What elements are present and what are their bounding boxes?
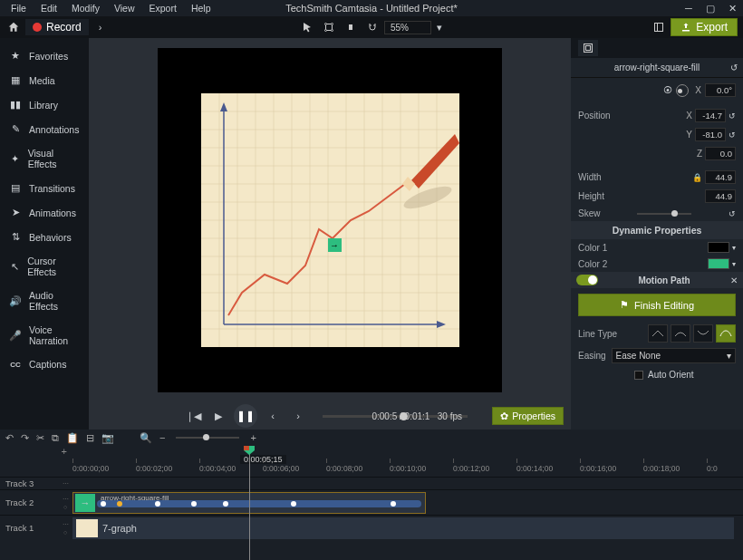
play-button[interactable]: ▶ [208,407,228,425]
keyframe[interactable] [155,501,160,507]
track2-toggle-icon[interactable]: ⋯ [63,496,69,503]
menu-view[interactable]: View [107,3,142,14]
reset-skew-icon[interactable]: ↺ [729,209,736,218]
pause-button[interactable]: ❚❚ [234,404,257,428]
window-maximize-icon[interactable]: ▢ [700,3,721,14]
menu-help[interactable]: Help [184,3,218,14]
tool-crop[interactable] [319,18,339,36]
record-dropdown-button[interactable]: › [91,18,111,36]
keyframe[interactable] [191,501,197,507]
svg-rect-4 [655,24,663,32]
color1-swatch[interactable] [708,242,729,253]
step-back-button[interactable]: ‹ [263,407,283,425]
sidebar-item-cursor-effects[interactable]: ↖Cursor Effects [0,249,89,284]
color2-swatch[interactable] [708,258,729,269]
screenshot-button[interactable]: 📷 [101,432,114,444]
track3-options-icon[interactable]: ⋯ [63,480,69,488]
cut-button[interactable]: ✂ [36,432,44,444]
tool-magnet[interactable] [362,18,382,36]
timeline-playhead[interactable] [249,446,250,560]
linetype-curve-out[interactable] [693,324,713,343]
height-input[interactable] [705,189,736,203]
motion-path-track[interactable] [97,500,421,507]
canvas-stage[interactable]: → [158,48,502,392]
menu-file[interactable]: File [4,3,34,14]
color2-dropdown-icon[interactable]: ▾ [732,260,736,268]
sidebar-item-favorites[interactable]: ★Favorites [0,43,89,68]
prev-frame-button[interactable]: ❘◀ [183,407,203,425]
zoom-dropdown-icon[interactable]: ▾ [433,18,446,36]
arrow-right-square-asset[interactable]: → [328,238,342,252]
canvas-detach-button[interactable] [649,18,669,36]
canvas-zoom-select[interactable]: 55% [384,21,431,34]
zoom-in-button[interactable]: + [250,432,256,443]
track2-lock-icon[interactable]: ○ [63,504,67,510]
split-button[interactable]: ⊟ [86,432,94,444]
keyframe[interactable] [101,501,106,507]
position-z-input[interactable] [705,147,736,160]
reset-icon[interactable]: ↺ [730,63,738,72]
sidebar-item-media[interactable]: ▦Media [0,68,89,92]
cc-icon: CC [9,361,22,369]
sidebar-item-audio-effects[interactable]: 🔊Audio Effects [0,284,89,318]
timeline-zoom-slider[interactable] [176,437,239,439]
keyframe[interactable] [223,501,228,507]
menu-edit[interactable]: Edit [34,3,64,14]
properties-button[interactable]: ✿ Properties [492,407,564,425]
export-button[interactable]: Export [671,18,738,36]
motion-close-icon[interactable]: ✕ [730,275,738,285]
timeline-ruler[interactable]: 0:00:05;15 0:00:00;00 0:00:02;00 0:00:04… [72,457,743,477]
window-minimize-icon[interactable]: ─ [678,3,700,14]
record-button[interactable]: Record [25,19,89,35]
props-tab-visual[interactable] [578,40,598,56]
sidebar-item-visual-effects[interactable]: ✦Visual Effects [0,141,89,176]
copy-button[interactable]: ⧉ [52,432,59,444]
tool-select[interactable] [297,18,317,36]
window-close-icon[interactable]: ✕ [721,3,743,14]
tool-pan[interactable] [341,18,361,36]
rotation-x-input[interactable] [705,83,736,97]
linetype-straight[interactable] [648,324,668,343]
add-track-button[interactable]: + [0,446,72,457]
color1-dropdown-icon[interactable]: ▾ [732,244,736,252]
graph-media[interactable]: → [201,93,459,347]
width-input[interactable] [705,170,736,184]
keyframe[interactable] [291,501,296,507]
sidebar-item-voice-narration[interactable]: 🎤Voice Narration [0,318,89,352]
motion-path-toggle[interactable] [576,275,598,285]
keyframe[interactable] [391,501,396,507]
position-y-input[interactable] [695,128,726,141]
position-x-input[interactable] [695,109,726,122]
paste-button[interactable]: 📋 [66,432,79,444]
home-button[interactable] [4,18,24,36]
rotation-dial[interactable] [676,84,689,97]
keyframe-active[interactable] [117,501,122,507]
undo-button[interactable]: ↶ [5,432,14,444]
lock-aspect-icon[interactable]: 🔒 [692,173,702,182]
sidebar-item-annotations[interactable]: ✎Annotations [0,117,89,141]
linetype-smooth[interactable] [716,324,736,343]
finish-editing-button[interactable]: ⚑ Finish Editing [578,294,736,316]
menu-export[interactable]: Export [142,3,184,14]
redo-button[interactable]: ↷ [21,432,29,444]
sidebar-item-captions[interactable]: CCCaptions [0,352,89,376]
dynamic-properties-header: Dynamic Properties [571,221,743,239]
linetype-curve-in[interactable] [671,324,690,343]
reset-pos-y-icon[interactable]: ↺ [729,130,736,140]
track1-toggle-icon[interactable]: ⋯ [63,521,69,528]
zoom-tool-icon[interactable]: 🔍 [140,432,152,444]
step-fwd-button[interactable]: › [288,407,308,425]
zoom-out-button[interactable]: − [159,432,165,443]
rotation-anchor-icon[interactable]: ⦿ [663,85,672,95]
clip-7-graph[interactable]: 7-graph [72,517,734,539]
sidebar-item-library[interactable]: ▮▮Library [0,92,89,117]
auto-orient-checkbox[interactable] [634,371,643,380]
sidebar-item-transitions[interactable]: ▤Transitions [0,176,89,200]
sidebar-item-behaviors[interactable]: ⇅Behaviors [0,225,89,249]
skew-slider[interactable] [637,213,691,215]
menu-modify[interactable]: Modify [64,3,107,14]
track1-lock-icon[interactable]: ○ [63,529,67,536]
sidebar-item-animations[interactable]: ➤Animations [0,200,89,225]
easing-select[interactable]: Ease None ▾ [612,348,736,363]
reset-pos-icon[interactable]: ↺ [729,111,736,121]
